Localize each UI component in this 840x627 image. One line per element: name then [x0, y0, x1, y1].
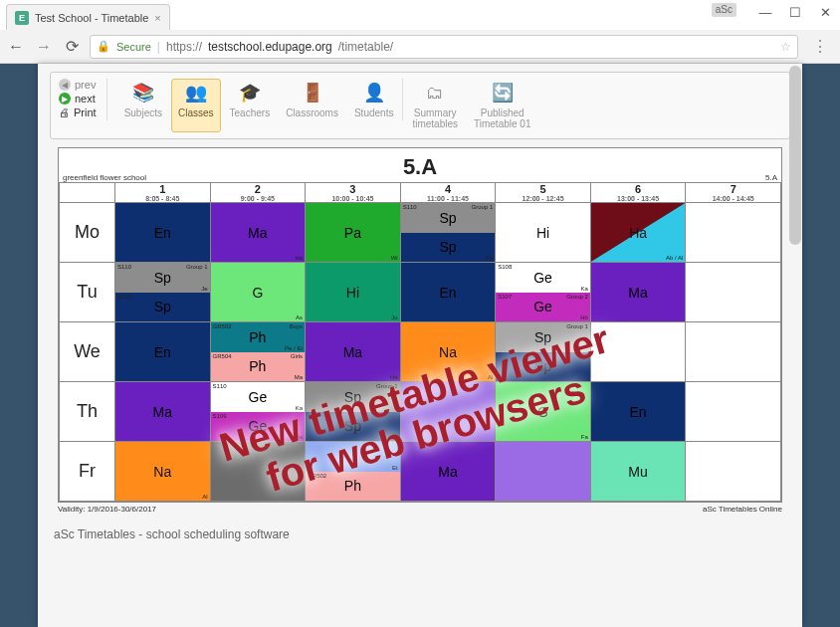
vertical-scrollbar[interactable]	[789, 66, 801, 245]
close-button[interactable]: ✕	[810, 0, 840, 24]
tu-3[interactable]: HiJu	[306, 263, 401, 322]
print-button[interactable]: 🖨 Print	[59, 106, 97, 118]
toolbar-item-summary[interactable]: 🗂Summary timetables	[405, 79, 465, 132]
day-mo: Mo	[60, 203, 115, 263]
toolbar-item-published[interactable]: 🔄Published Timetable 01	[467, 79, 537, 132]
validity-text: Validity: 1/9/2016-30/6/2017	[58, 505, 156, 514]
prev-label: prev	[75, 79, 96, 91]
fr-2[interactable]	[210, 442, 306, 502]
tab-close-icon[interactable]: ×	[154, 12, 160, 24]
validity-row: Validity: 1/9/2016-30/6/2017 aSc Timetab…	[58, 505, 782, 514]
secure-label: Secure	[116, 41, 151, 53]
day-th: Th	[60, 382, 115, 442]
toolbar-separator	[402, 79, 403, 120]
classes-icon: 👥	[184, 82, 208, 105]
page-content: ◀ prev ▶ next 🖨 Print 📚Subjects👥Classes🎓…	[38, 64, 802, 627]
th-6[interactable]: En	[590, 382, 686, 442]
next-button[interactable]: ▶ next	[59, 93, 97, 104]
toolbar-item-subjects[interactable]: 📚Subjects	[117, 79, 169, 132]
toolbar-separator	[106, 79, 107, 120]
tu-2[interactable]: GAs	[210, 263, 306, 322]
fr-3[interactable]: Et GR502Ph	[306, 442, 401, 502]
toolbar-item-label: Subjects	[124, 107, 162, 118]
prev-button[interactable]: ◀ prev	[59, 79, 97, 91]
reload-button[interactable]: ⟳	[62, 37, 82, 56]
footer-note: aSc Timetables - school scheduling softw…	[54, 527, 786, 541]
published-icon: 🔄	[491, 82, 515, 105]
mo-3[interactable]: PaWi	[306, 203, 401, 263]
bookmark-icon[interactable]: ☆	[780, 40, 791, 54]
tab-favicon: E	[15, 11, 29, 25]
period-5-head: 512:00 - 12:45	[496, 183, 591, 203]
mo-5[interactable]: Hi	[496, 203, 591, 263]
mo-4[interactable]: Group 1S110Sp SpKa	[400, 203, 496, 263]
timetable-title: 5.A	[403, 154, 437, 179]
row-we: We En GR502BoysPhPe / Et GR504GirlsPhMa …	[60, 322, 781, 382]
subjects-icon: 📚	[131, 82, 155, 105]
tu-1[interactable]: S110Group 1SpJe S110Sp	[115, 263, 211, 322]
toolbar-item-label: Classes	[178, 107, 214, 118]
row-tu: Tu S110Group 1SpJe S110Sp GAs HiJu En S1…	[60, 263, 781, 322]
we-5[interactable]: Group 1Sp Sp	[496, 322, 591, 382]
class-label: 5.A	[765, 173, 777, 182]
school-name: greenfield flower school	[63, 173, 146, 182]
we-7	[686, 322, 781, 382]
toolbar-item-teachers[interactable]: 🎓Teachers	[223, 79, 278, 132]
summary-icon: 🗂	[423, 82, 447, 105]
corner-cell	[60, 183, 115, 203]
toolbar-item-classes[interactable]: 👥Classes	[171, 79, 221, 132]
mo-1[interactable]: En	[115, 203, 211, 263]
url-path: /timetable/	[338, 40, 393, 54]
th-3[interactable]: Group 1Sp Sp	[306, 382, 401, 442]
maximize-button[interactable]: ☐	[780, 0, 810, 24]
tu-4[interactable]: En	[400, 263, 496, 322]
fr-4[interactable]: Ma	[400, 442, 496, 502]
we-3[interactable]: MaHa	[306, 322, 401, 382]
tu-6[interactable]: Ma	[590, 263, 686, 322]
th-4[interactable]	[400, 382, 496, 442]
browser-menu-icon[interactable]: ⋮	[806, 37, 834, 56]
fr-7	[686, 442, 781, 502]
period-1-head: 18:05 - 8:45	[115, 183, 211, 203]
mo-6[interactable]: HaAb / Al	[590, 203, 686, 263]
th-2[interactable]: S110GeKa S109GeHa	[210, 382, 306, 442]
tab-title: Test School - Timetable	[35, 12, 148, 24]
browser-tab[interactable]: E Test School - Timetable ×	[6, 4, 170, 30]
period-header-row: 18:05 - 8:45 29:00 - 9:45 310:00 - 10:45…	[60, 183, 781, 203]
classrooms-icon: 🚪	[301, 82, 324, 105]
we-2[interactable]: GR502BoysPhPe / Et GR504GirlsPhMa	[210, 322, 306, 382]
lock-icon: 🔒	[97, 40, 110, 53]
back-button[interactable]: ←	[6, 38, 26, 56]
mo-2[interactable]: MaHa	[210, 203, 306, 263]
toolbar-item-classrooms[interactable]: 🚪Classrooms	[279, 79, 345, 132]
window-badge: aSc	[712, 3, 736, 17]
th-5[interactable]: GFa	[496, 382, 591, 442]
page-viewport: ◀ prev ▶ next 🖨 Print 📚Subjects👥Classes🎓…	[0, 64, 840, 627]
toolbar-nav: ◀ prev ▶ next 🖨 Print	[59, 79, 97, 118]
address-bar: ← → ⟳ 🔒 Secure | https://testschool.edup…	[0, 30, 840, 64]
tu-7	[686, 263, 781, 322]
toolbar-item-label: Students	[354, 107, 393, 118]
fr-6[interactable]: Mu	[590, 442, 686, 502]
toolbar-item-students[interactable]: 👤Students	[347, 79, 400, 132]
url-field[interactable]: 🔒 Secure | https://testschool.edupage.or…	[90, 35, 798, 59]
fr-5[interactable]	[496, 442, 591, 502]
day-tu: Tu	[60, 263, 115, 322]
th-1[interactable]: Ma	[115, 382, 211, 442]
minimize-button[interactable]: —	[750, 0, 780, 24]
window-controls: aSc — ☐ ✕	[712, 0, 840, 24]
forward-button[interactable]: →	[34, 38, 54, 56]
we-4[interactable]: NaAl	[400, 322, 496, 382]
students-icon: 👤	[362, 82, 386, 105]
timetable-grid: 18:05 - 8:45 29:00 - 9:45 310:00 - 10:45…	[59, 182, 781, 502]
print-label: Print	[74, 106, 97, 118]
fr-1[interactable]: NaAl	[115, 442, 211, 502]
app-toolbar: ◀ prev ▶ next 🖨 Print 📚Subjects👥Classes🎓…	[50, 72, 790, 139]
period-6-head: 613:00 - 13:45	[590, 183, 686, 203]
row-fr: Fr NaAl Et GR502Ph Ma Mu	[60, 442, 781, 502]
tu-5[interactable]: S108GeKa S107Group 2GeHö	[496, 263, 591, 322]
next-icon: ▶	[59, 93, 71, 104]
row-mo: Mo En MaHa PaWi Group 1S110Sp SpKa Hi Ha…	[60, 203, 781, 263]
we-1[interactable]: En	[115, 322, 211, 382]
row-th: Th Ma S110GeKa S109GeHa Group 1Sp Sp GFa…	[60, 382, 781, 442]
